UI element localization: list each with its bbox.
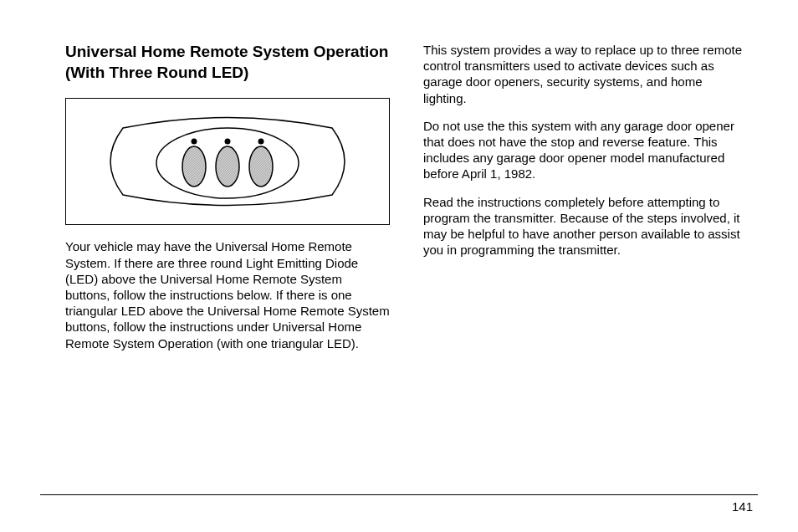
left-column: Universal Home Remote System Operation (… (65, 42, 390, 363)
page-content: Universal Home Remote System Operation (… (0, 0, 798, 363)
right-paragraph: This system provides a way to replace up… (423, 42, 748, 106)
svg-point-7 (249, 146, 273, 187)
svg-point-3 (258, 139, 264, 145)
svg-point-2 (225, 139, 231, 145)
right-column: This system provides a way to replace up… (423, 42, 748, 363)
remote-illustration-svg (106, 111, 349, 212)
svg-point-6 (216, 146, 239, 187)
svg-point-5 (182, 146, 206, 187)
left-paragraph: Your vehicle may have the Universal Home… (65, 238, 390, 350)
page-number: 141 (732, 499, 753, 514)
section-heading: Universal Home Remote System Operation (… (65, 42, 390, 83)
right-paragraph: Read the instructions completely before … (423, 194, 748, 258)
svg-point-1 (192, 139, 197, 145)
footer-rule (40, 494, 758, 495)
right-paragraph: Do not use the this system with any gara… (423, 118, 748, 182)
remote-diagram (65, 98, 390, 225)
